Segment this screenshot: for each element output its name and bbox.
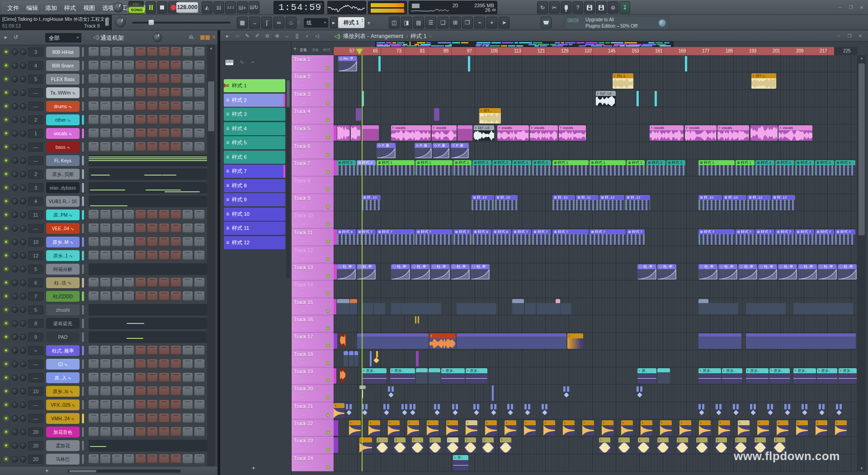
channel-number[interactable]: 10 bbox=[28, 387, 43, 396]
pan-knob[interactable] bbox=[12, 212, 18, 218]
step-cell[interactable] bbox=[159, 142, 169, 152]
step-cell[interactable] bbox=[183, 454, 193, 464]
clip-sliver[interactable] bbox=[370, 351, 372, 366]
timeline-bar-number[interactable]: 81 bbox=[420, 48, 425, 53]
clip-sliver[interactable] bbox=[468, 56, 470, 71]
playlist-clip[interactable] bbox=[750, 125, 778, 141]
channel-select-strip[interactable] bbox=[81, 250, 85, 261]
channel-number[interactable]: 1 bbox=[28, 129, 43, 138]
playlist-clip[interactable]: ≣ 样式 7 bbox=[755, 229, 774, 245]
step-cell[interactable] bbox=[112, 427, 122, 437]
playlist-clip[interactable]: ⊦ bbox=[618, 437, 630, 453]
volume-knob[interactable] bbox=[20, 361, 26, 367]
playlist-clip[interactable]: ⊦ bbox=[447, 437, 458, 453]
volume-knob[interactable] bbox=[20, 402, 26, 408]
pan-knob[interactable] bbox=[12, 252, 18, 259]
piano-roll-panel-icon[interactable]: ◨ bbox=[401, 17, 412, 28]
playlist-track-lane[interactable]: ≣ 样式 5≣ 样式 2≣ 样式 1≣ 样式 1≣ 样式 1≣ 样式 3≣ 样式… bbox=[334, 159, 857, 176]
clip-sliver[interactable] bbox=[334, 368, 336, 384]
step-cell[interactable] bbox=[159, 101, 169, 111]
track-mode-tab[interactable]: 样式 bbox=[323, 48, 330, 52]
mixer-panel-icon[interactable]: ☰ bbox=[425, 17, 436, 28]
step-cell[interactable] bbox=[194, 61, 204, 70]
playlist-clip[interactable] bbox=[728, 299, 738, 314]
track-size-grip[interactable]: ... bbox=[302, 186, 305, 190]
channel-enable-led[interactable] bbox=[5, 430, 8, 433]
channel-button[interactable]: vocals ∿ bbox=[46, 128, 80, 139]
channel-number[interactable]: --- bbox=[28, 88, 43, 97]
step-cell[interactable] bbox=[183, 386, 193, 396]
playlist-clip[interactable] bbox=[429, 368, 440, 384]
track-mute-led[interactable] bbox=[326, 153, 330, 157]
volume-knob[interactable] bbox=[20, 103, 26, 109]
channel-select-strip[interactable] bbox=[81, 237, 85, 247]
step-cell[interactable] bbox=[124, 386, 134, 396]
channel-select-strip[interactable] bbox=[81, 87, 85, 98]
playlist-clip[interactable]: ⊦ bbox=[412, 437, 423, 453]
pattern-item[interactable]: ≣样式 1 bbox=[224, 79, 285, 92]
song-label[interactable]: SONG bbox=[129, 7, 145, 13]
render-icon[interactable] bbox=[596, 1, 607, 14]
playlist-clip[interactable] bbox=[388, 385, 395, 399]
step-cell[interactable] bbox=[171, 291, 181, 301]
track-mode-tab[interactable]: 演奏 bbox=[311, 48, 319, 52]
channel-select-strip[interactable] bbox=[81, 291, 85, 302]
track-mute-led[interactable] bbox=[326, 240, 330, 243]
track-size-grip[interactable]: ... bbox=[302, 464, 305, 468]
playlist-clip[interactable]: ⊦ bbox=[524, 420, 536, 436]
channel-button[interactable]: Ta..WWm ∿ bbox=[46, 87, 80, 98]
playlist-clip[interactable] bbox=[359, 385, 366, 400]
playlist-clip[interactable] bbox=[357, 333, 429, 349]
channel-number[interactable]: 8 bbox=[28, 319, 43, 328]
timeline-bar-number[interactable]: 185 bbox=[726, 48, 733, 53]
pan-knob[interactable] bbox=[12, 76, 18, 82]
channel-enable-led[interactable] bbox=[5, 281, 8, 284]
playlist-clip[interactable] bbox=[434, 108, 439, 121]
playlist-clip[interactable] bbox=[374, 299, 385, 314]
pattern-item[interactable]: ≣样式 2 bbox=[224, 94, 285, 107]
step-cell[interactable] bbox=[147, 291, 157, 301]
step-cell[interactable] bbox=[147, 47, 157, 57]
step-cell[interactable] bbox=[124, 454, 134, 464]
track-mute-led[interactable] bbox=[326, 84, 330, 87]
playlist-clip[interactable]: ⊦ bbox=[349, 420, 361, 436]
timeline-bar-number[interactable]: 161 bbox=[655, 48, 663, 53]
channel-filter-dropdown[interactable]: 全部▸ bbox=[45, 33, 81, 43]
playlist-scroll-thumb[interactable] bbox=[859, 63, 865, 235]
help-icon[interactable]: ? bbox=[572, 1, 583, 14]
minimize-button[interactable]: ─ bbox=[835, 4, 844, 11]
pan-knob[interactable] bbox=[12, 293, 18, 299]
playlist-track-lane[interactable]: ≣ 样..10≣ 样..10≣ 样..10≣ 样..10≣ 样..11≣ 样..… bbox=[334, 194, 857, 211]
playlist-clip[interactable]: ⊦ bbox=[641, 420, 652, 436]
playlist-clip[interactable]: ≣ 样式 1 bbox=[590, 160, 626, 176]
track-size-grip[interactable]: ... bbox=[302, 65, 305, 69]
playlist-clip[interactable]: ⊦ bbox=[368, 420, 380, 436]
volume-knob[interactable] bbox=[20, 90, 26, 96]
step-cell[interactable] bbox=[171, 74, 181, 84]
step-cell[interactable] bbox=[183, 346, 193, 355]
track-mute-led[interactable] bbox=[326, 119, 330, 122]
volume-knob[interactable] bbox=[20, 198, 26, 204]
step-cell[interactable] bbox=[194, 346, 204, 355]
main-volume-slider[interactable] bbox=[132, 22, 231, 24]
step-cell[interactable] bbox=[136, 237, 146, 247]
playlist-clip[interactable]: ≣ 样..11 bbox=[576, 195, 599, 210]
playlist-clip[interactable]: ≣ 样式 1 bbox=[736, 160, 755, 176]
pan-knob[interactable] bbox=[12, 266, 18, 272]
clip-sliver[interactable] bbox=[334, 229, 337, 245]
track-mute-led[interactable] bbox=[326, 188, 330, 191]
playlist-clip[interactable]: ⊦ bbox=[377, 437, 388, 453]
playlist-clip[interactable]: ⊦ 原乡.. bbox=[441, 368, 465, 384]
volume-knob[interactable] bbox=[20, 171, 26, 177]
playlist-track-header[interactable]: Track 2... bbox=[292, 72, 334, 90]
step-cell[interactable] bbox=[147, 237, 157, 247]
channel-enable-led[interactable] bbox=[5, 390, 8, 393]
playlist-clip[interactable] bbox=[746, 333, 856, 349]
pan-knob[interactable] bbox=[12, 90, 18, 96]
step-cell[interactable] bbox=[136, 251, 146, 260]
playlist-track-header[interactable]: Track 16... bbox=[292, 315, 334, 332]
pattern-item[interactable]: ≣样式 6 bbox=[224, 151, 285, 164]
playlist-clip[interactable]: ⊦ bbox=[738, 420, 750, 436]
playlist-track-header[interactable]: Track 1... bbox=[292, 55, 334, 72]
timeline-bar-number[interactable]: 137 bbox=[585, 48, 592, 53]
